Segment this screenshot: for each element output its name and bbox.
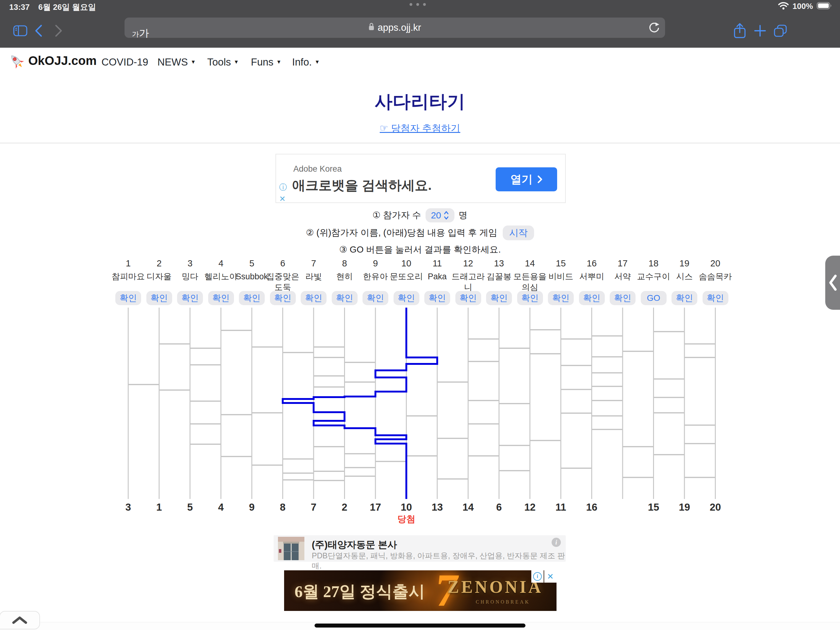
- ad-close-icon[interactable]: ✕: [279, 195, 286, 203]
- confirm-button-col-19[interactable]: 확인: [671, 291, 697, 305]
- home-indicator[interactable]: [314, 624, 526, 628]
- participants-value: 20: [431, 210, 441, 220]
- screen: 13:37 6월 26일 월요일 100%: [0, 0, 840, 630]
- brand-link[interactable]: OkOJJ.com: [28, 54, 96, 68]
- zenonia-release-text: 6월 27일 정식출시: [295, 581, 425, 603]
- participant-name: 솜솜목카: [694, 271, 737, 282]
- reload-icon[interactable]: [649, 22, 660, 35]
- nav-item-covid19[interactable]: COVID-19: [101, 56, 148, 68]
- browser-chrome: 13:37 6월 26일 월요일 100%: [0, 0, 840, 47]
- confirm-button-col-5[interactable]: 확인: [239, 291, 265, 305]
- ad-info-icon[interactable]: ⓘ: [279, 184, 287, 191]
- confirm-button-col-8[interactable]: 확인: [332, 291, 358, 305]
- caret-down-icon: ▼: [234, 59, 239, 65]
- instruction-1-suffix: 명: [459, 209, 467, 222]
- caret-down-icon: ▼: [191, 59, 196, 65]
- column-number: 20: [694, 258, 737, 269]
- confirm-button-col-11[interactable]: 확인: [424, 291, 450, 305]
- clock: 13:37: [9, 2, 30, 12]
- nav-item-info[interactable]: Info.▼: [292, 56, 320, 68]
- draw-winner-link[interactable]: ☞ 당첨자 추첨하기: [0, 122, 840, 135]
- instruction-2-text: ② (위)참가자 이름, (아래)당첨 내용 입력 후 게임: [306, 227, 497, 239]
- go-button-col-18[interactable]: GO: [641, 291, 666, 305]
- result-label-col-20: 20: [697, 502, 734, 513]
- confirm-button-col-6[interactable]: 확인: [270, 291, 296, 305]
- top-ad-banner[interactable]: Adobe Korea 애크로뱃을 검색하세요. 열기 ⓘ ✕: [275, 154, 566, 203]
- instruction-1-text: ① 참가자 수: [373, 209, 421, 222]
- status-left: 13:37 6월 26일 월요일: [9, 2, 96, 13]
- instruction-3-text: ③ GO 버튼을 눌러서 결과를 확인하세요.: [339, 244, 501, 256]
- stepper-arrows-icon: [444, 211, 449, 220]
- selected-path-line: [283, 308, 437, 499]
- back-icon[interactable]: [32, 14, 46, 47]
- nav-item-news[interactable]: NEWS▼: [158, 56, 196, 68]
- date: 6월 26일 월요일: [38, 2, 96, 13]
- confirm-button-col-7[interactable]: 확인: [301, 291, 327, 305]
- nav-item-funs[interactable]: Funs▼: [251, 56, 281, 68]
- ad-info-icon[interactable]: i: [552, 538, 561, 547]
- status-right: 100%: [778, 2, 832, 11]
- battery-icon: [816, 2, 832, 11]
- zenonia-logo: ZENONIA: [448, 577, 543, 597]
- ad-description: PDB단열자동문, 패닉, 방화용, 아파트용, 장애우, 산업용, 반자동문 …: [312, 551, 566, 571]
- forward-icon[interactable]: [52, 14, 66, 47]
- url-field[interactable]: apps.ojj.kr: [125, 17, 665, 38]
- participants-stepper[interactable]: 20: [426, 208, 455, 222]
- confirm-button-col-14[interactable]: 확인: [517, 291, 543, 305]
- new-tab-icon[interactable]: [752, 14, 769, 47]
- ad-headline: 애크로뱃을 검색하세요.: [292, 177, 432, 195]
- ad-close-icon[interactable]: ✕: [544, 570, 556, 583]
- battery-percent: 100%: [793, 2, 813, 11]
- start-button[interactable]: 시작: [503, 225, 534, 240]
- status-bar: 13:37 6월 26일 월요일 100%: [0, 0, 840, 14]
- ad-info-icon[interactable]: i: [531, 570, 543, 583]
- confirm-button-col-12[interactable]: 확인: [455, 291, 481, 305]
- confirm-button-col-3[interactable]: 확인: [177, 291, 203, 305]
- ad-open-button[interactable]: 열기: [496, 167, 557, 192]
- tabs-icon[interactable]: [771, 14, 789, 47]
- instruction-line-1: ① 참가자 수 20 명: [0, 208, 840, 223]
- chevron-up-icon: [11, 616, 29, 624]
- bottom-ad-card[interactable]: (주)태양자동문 본사 PDB단열자동문, 패닉, 방화용, 아파트용, 장애우…: [274, 535, 566, 562]
- ladder-column-header-20: 20솜솜목카: [694, 258, 737, 282]
- site-navbar: OkOJJ.com COVID-19NEWS▼Tools▼Funs▼Info.▼: [0, 47, 840, 77]
- sidebar-icon[interactable]: [11, 14, 30, 47]
- instruction-line-2: ② (위)참가자 이름, (아래)당첨 내용 입력 후 게임 시작: [0, 225, 840, 241]
- instruction-line-3: ③ GO 버튼을 눌러서 결과를 확인하세요.: [0, 244, 840, 256]
- confirm-button-col-15[interactable]: 확인: [548, 291, 574, 305]
- ad-brand: Adobe Korea: [293, 164, 342, 174]
- confirm-button-col-20[interactable]: 확인: [703, 291, 728, 305]
- confirm-button-col-2[interactable]: 확인: [146, 291, 172, 305]
- confirm-button-col-17[interactable]: 확인: [610, 291, 636, 305]
- ad-thumbnail-image: [278, 537, 305, 561]
- ladder-chart: [0, 308, 840, 500]
- multitask-dots-icon[interactable]: [409, 3, 426, 6]
- share-icon[interactable]: [731, 14, 748, 47]
- caret-down-icon: ▼: [314, 59, 320, 65]
- scroll-top-button[interactable]: [0, 611, 40, 629]
- confirm-button-col-4[interactable]: 확인: [208, 291, 234, 305]
- lock-icon: [368, 22, 374, 33]
- zenonia-ad-banner[interactable]: 6월 27일 정식출시 7 ZENONIA CHRONOBREAK i ✕: [284, 570, 556, 611]
- result-label-col-16: 16: [573, 502, 610, 513]
- confirm-button-col-13[interactable]: 확인: [486, 291, 512, 305]
- confirm-button-col-1[interactable]: 확인: [115, 291, 141, 305]
- confirm-button-col-16[interactable]: 확인: [579, 291, 605, 305]
- divider: [0, 143, 840, 143]
- nav-item-tools[interactable]: Tools▼: [207, 56, 239, 68]
- browser-toolbar: 가가 apps.ojj.kr: [0, 14, 840, 47]
- side-panel-tab[interactable]: [825, 256, 840, 310]
- confirm-button-col-9[interactable]: 확인: [363, 291, 388, 305]
- caret-down-icon: ▼: [276, 59, 281, 65]
- chevron-left-icon: [828, 274, 837, 292]
- url-text: apps.ojj.kr: [377, 22, 421, 33]
- winner-badge: 당첨: [388, 513, 425, 526]
- zenonia-sub-logo: CHRONOBREAK: [476, 599, 530, 605]
- rocket-logo-icon: [8, 52, 25, 72]
- wifi-icon: [778, 2, 789, 11]
- page-title: 사다리타기: [0, 90, 840, 114]
- address-bar[interactable]: 가가 apps.ojj.kr: [125, 17, 665, 38]
- confirm-button-col-10[interactable]: 확인: [393, 291, 419, 305]
- chevron-right-icon: [537, 175, 542, 184]
- ad-title: (주)태양자동문 본사: [312, 538, 397, 551]
